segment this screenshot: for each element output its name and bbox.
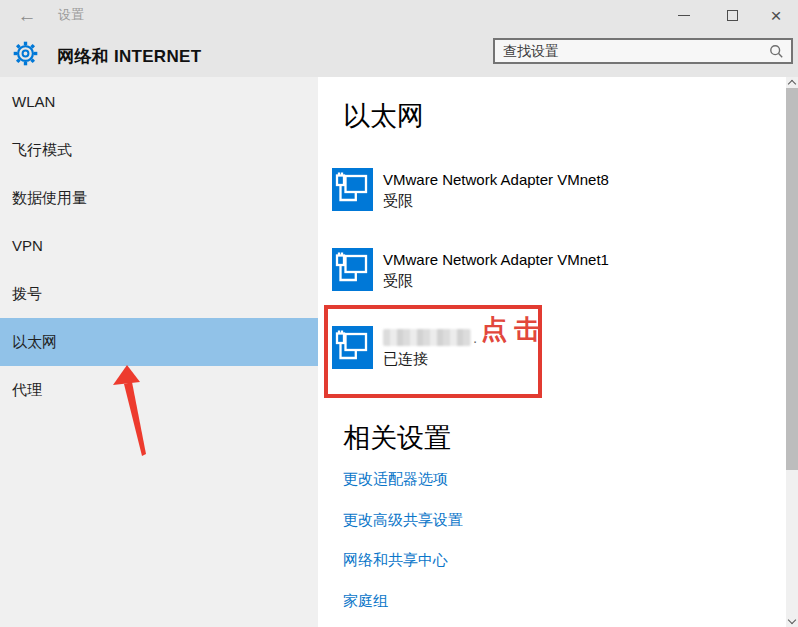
- link-network-sharing-center[interactable]: 网络和共享中心: [343, 551, 448, 570]
- search-box[interactable]: [493, 38, 793, 64]
- back-arrow-icon: ←: [18, 5, 37, 27]
- ethernet-icon: [332, 248, 373, 291]
- section-heading-ethernet: 以太网: [343, 98, 424, 134]
- adapter-status: 受限: [383, 190, 713, 211]
- header-bar: ← 设置 × 网络和 INTERNET: [0, 0, 798, 77]
- gear-icon: [12, 40, 39, 67]
- close-button[interactable]: ×: [756, 0, 796, 30]
- adapter-name: VMware Network Adapter VMnet8: [383, 169, 713, 190]
- section-heading-related: 相关设置: [343, 420, 451, 456]
- adapter-row-vmnet1[interactable]: VMware Network Adapter VMnet1 受限: [332, 248, 373, 291]
- sidebar: WLAN 飞行模式 数据使用量 VPN 拨号 以太网 代理: [0, 77, 318, 627]
- minimize-button[interactable]: [666, 0, 702, 30]
- annotation-click-label: 点击: [481, 314, 547, 344]
- sidebar-item-proxy[interactable]: 代理: [0, 366, 318, 414]
- page-title: 网络和 INTERNET: [57, 45, 201, 68]
- sidebar-item-data[interactable]: 数据使用量: [0, 174, 318, 222]
- adapter-row-vmnet8[interactable]: VMware Network Adapter VMnet8 受限: [332, 168, 373, 211]
- ethernet-icon: [332, 168, 373, 211]
- sidebar-item-wlan[interactable]: WLAN: [0, 78, 318, 126]
- adapter-text: VMware Network Adapter VMnet8 受限: [383, 169, 713, 211]
- adapter-text: . 已连接: [383, 327, 713, 369]
- scroll-down-icon[interactable]: [788, 616, 796, 624]
- sidebar-item-dialup[interactable]: 拨号: [0, 270, 318, 318]
- link-change-adapter-options[interactable]: 更改适配器选项: [343, 470, 448, 489]
- name-suffix: .: [473, 329, 477, 346]
- link-advanced-sharing[interactable]: 更改高级共享设置: [343, 511, 463, 530]
- maximize-button[interactable]: [714, 0, 750, 30]
- adapter-status: 已连接: [383, 348, 713, 369]
- adapter-text: VMware Network Adapter VMnet1 受限: [383, 249, 713, 291]
- search-input[interactable]: [495, 43, 769, 59]
- adapter-name: VMware Network Adapter VMnet1: [383, 249, 713, 270]
- adapter-name-censored: .: [383, 327, 713, 348]
- scrollbar[interactable]: [786, 77, 798, 627]
- settings-window: ← 设置 × 网络和 INTERNET: [0, 0, 798, 627]
- minimize-icon: [678, 15, 690, 16]
- close-icon: ×: [770, 6, 781, 25]
- adapter-status: 受限: [383, 270, 713, 291]
- scroll-up-icon[interactable]: [788, 80, 796, 88]
- ethernet-icon: [332, 326, 373, 369]
- scrollbar-thumb[interactable]: [786, 88, 798, 470]
- adapter-row-connected[interactable]: . 已连接: [332, 326, 373, 369]
- sidebar-item-vpn[interactable]: VPN: [0, 222, 318, 270]
- window-title: 设置: [58, 6, 84, 24]
- link-homegroup[interactable]: 家庭组: [343, 592, 388, 611]
- search-icon[interactable]: [769, 44, 784, 59]
- maximize-icon: [727, 10, 738, 21]
- censored-name-blur: [383, 329, 471, 346]
- back-button[interactable]: ←: [10, 2, 44, 30]
- sidebar-item-airplane[interactable]: 飞行模式: [0, 126, 318, 174]
- sidebar-item-ethernet[interactable]: 以太网: [0, 318, 318, 366]
